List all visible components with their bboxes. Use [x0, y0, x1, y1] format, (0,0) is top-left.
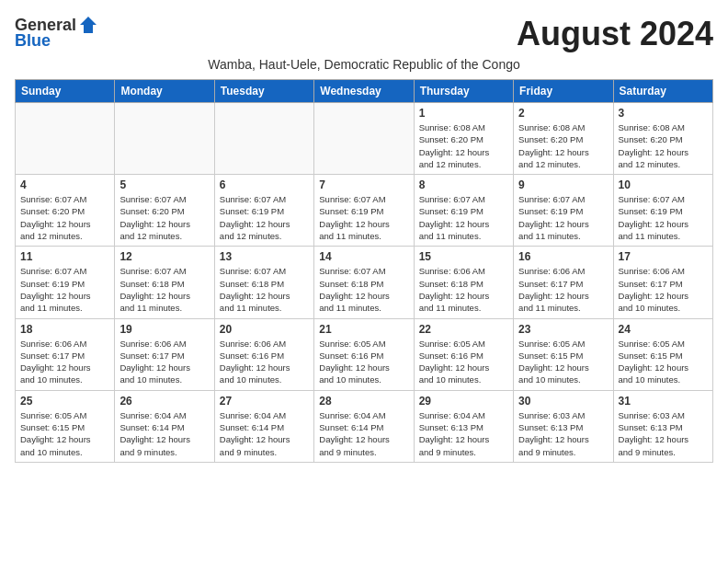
calendar-cell: 28Sunrise: 6:04 AM Sunset: 6:14 PM Dayli… — [314, 390, 414, 462]
day-number: 28 — [319, 395, 408, 408]
day-info: Sunrise: 6:05 AM Sunset: 6:15 PM Dayligh… — [619, 338, 708, 386]
calendar-cell: 21Sunrise: 6:05 AM Sunset: 6:16 PM Dayli… — [314, 318, 414, 390]
day-number: 6 — [220, 178, 309, 191]
weekday-header-thursday: Thursday — [414, 80, 513, 103]
day-info: Sunrise: 6:04 AM Sunset: 6:13 PM Dayligh… — [419, 409, 508, 458]
day-number: 30 — [518, 395, 608, 408]
day-number: 31 — [619, 395, 708, 408]
day-number: 9 — [518, 178, 608, 191]
calendar-cell: 2Sunrise: 6:08 AM Sunset: 6:20 PM Daylig… — [514, 103, 613, 175]
day-number: 25 — [20, 395, 109, 408]
weekday-header-monday: Monday — [115, 80, 214, 103]
day-number: 17 — [619, 250, 708, 263]
day-number: 10 — [619, 178, 708, 191]
calendar-cell: 11Sunrise: 6:07 AM Sunset: 6:19 PM Dayli… — [16, 247, 115, 318]
day-info: Sunrise: 6:08 AM Sunset: 6:20 PM Dayligh… — [518, 121, 608, 170]
calendar-cell: 16Sunrise: 6:06 AM Sunset: 6:17 PM Dayli… — [514, 247, 613, 318]
calendar-cell: 20Sunrise: 6:06 AM Sunset: 6:16 PM Dayli… — [214, 318, 313, 390]
day-info: Sunrise: 6:04 AM Sunset: 6:14 PM Dayligh… — [220, 409, 309, 458]
calendar-cell — [115, 103, 214, 175]
day-info: Sunrise: 6:06 AM Sunset: 6:16 PM Dayligh… — [220, 338, 309, 386]
calendar-cell: 22Sunrise: 6:05 AM Sunset: 6:16 PM Dayli… — [414, 318, 513, 390]
day-number: 4 — [20, 178, 109, 191]
calendar-cell: 4Sunrise: 6:07 AM Sunset: 6:20 PM Daylig… — [16, 175, 115, 247]
day-info: Sunrise: 6:05 AM Sunset: 6:16 PM Dayligh… — [319, 338, 408, 386]
day-info: Sunrise: 6:07 AM Sunset: 6:20 PM Dayligh… — [119, 193, 209, 242]
day-info: Sunrise: 6:06 AM Sunset: 6:17 PM Dayligh… — [20, 338, 109, 386]
day-number: 29 — [419, 395, 508, 408]
subtitle: Wamba, Haut-Uele, Democratic Republic of… — [15, 57, 713, 72]
calendar-cell — [16, 103, 115, 175]
month-year-title: August 2024 — [517, 15, 713, 53]
day-number: 3 — [619, 107, 708, 120]
day-info: Sunrise: 6:07 AM Sunset: 6:18 PM Dayligh… — [220, 265, 309, 314]
calendar-cell: 9Sunrise: 6:07 AM Sunset: 6:19 PM Daylig… — [514, 175, 613, 247]
day-number: 15 — [419, 250, 508, 263]
day-info: Sunrise: 6:05 AM Sunset: 6:15 PM Dayligh… — [20, 409, 109, 458]
header: General Blue August 2024 — [15, 15, 713, 53]
day-info: Sunrise: 6:08 AM Sunset: 6:20 PM Dayligh… — [619, 121, 708, 170]
day-number: 1 — [419, 107, 508, 120]
calendar-cell: 24Sunrise: 6:05 AM Sunset: 6:15 PM Dayli… — [613, 318, 712, 390]
day-info: Sunrise: 6:07 AM Sunset: 6:19 PM Dayligh… — [518, 193, 608, 242]
calendar-cell: 14Sunrise: 6:07 AM Sunset: 6:18 PM Dayli… — [314, 247, 414, 318]
day-info: Sunrise: 6:07 AM Sunset: 6:19 PM Dayligh… — [220, 193, 309, 242]
calendar-cell: 19Sunrise: 6:06 AM Sunset: 6:17 PM Dayli… — [115, 318, 214, 390]
day-number: 7 — [319, 178, 408, 191]
calendar-cell: 23Sunrise: 6:05 AM Sunset: 6:15 PM Dayli… — [514, 318, 613, 390]
calendar-cell: 7Sunrise: 6:07 AM Sunset: 6:19 PM Daylig… — [314, 175, 414, 247]
day-number: 13 — [220, 250, 309, 263]
day-info: Sunrise: 6:07 AM Sunset: 6:19 PM Dayligh… — [619, 193, 708, 242]
weekday-header-sunday: Sunday — [16, 80, 115, 103]
day-number: 19 — [119, 323, 209, 336]
day-info: Sunrise: 6:05 AM Sunset: 6:15 PM Dayligh… — [518, 338, 608, 386]
calendar-cell: 26Sunrise: 6:04 AM Sunset: 6:14 PM Dayli… — [115, 390, 214, 462]
day-number: 22 — [419, 323, 508, 336]
day-info: Sunrise: 6:07 AM Sunset: 6:19 PM Dayligh… — [319, 193, 408, 242]
day-number: 12 — [119, 250, 209, 263]
day-info: Sunrise: 6:06 AM Sunset: 6:17 PM Dayligh… — [619, 265, 708, 314]
day-number: 24 — [619, 323, 708, 336]
day-number: 8 — [419, 178, 508, 191]
day-number: 2 — [518, 107, 608, 120]
day-info: Sunrise: 6:07 AM Sunset: 6:18 PM Dayligh… — [119, 265, 209, 314]
weekday-header-friday: Friday — [514, 80, 613, 103]
day-info: Sunrise: 6:06 AM Sunset: 6:17 PM Dayligh… — [518, 265, 608, 314]
calendar-cell: 8Sunrise: 6:07 AM Sunset: 6:19 PM Daylig… — [414, 175, 513, 247]
day-number: 26 — [119, 395, 209, 408]
day-info: Sunrise: 6:07 AM Sunset: 6:20 PM Dayligh… — [20, 193, 109, 242]
calendar-cell — [214, 103, 313, 175]
day-number: 23 — [518, 323, 608, 336]
calendar-cell: 18Sunrise: 6:06 AM Sunset: 6:17 PM Dayli… — [16, 318, 115, 390]
calendar-cell: 6Sunrise: 6:07 AM Sunset: 6:19 PM Daylig… — [214, 175, 313, 247]
day-info: Sunrise: 6:06 AM Sunset: 6:17 PM Dayligh… — [119, 338, 209, 386]
day-number: 27 — [220, 395, 309, 408]
day-number: 20 — [220, 323, 309, 336]
calendar-cell: 27Sunrise: 6:04 AM Sunset: 6:14 PM Dayli… — [214, 390, 313, 462]
calendar-cell: 10Sunrise: 6:07 AM Sunset: 6:19 PM Dayli… — [613, 175, 712, 247]
logo: General Blue — [15, 15, 98, 51]
weekday-header-tuesday: Tuesday — [214, 80, 313, 103]
calendar-cell: 3Sunrise: 6:08 AM Sunset: 6:20 PM Daylig… — [613, 103, 712, 175]
logo-icon — [78, 15, 98, 35]
day-info: Sunrise: 6:04 AM Sunset: 6:14 PM Dayligh… — [119, 409, 209, 458]
calendar-cell: 1Sunrise: 6:08 AM Sunset: 6:20 PM Daylig… — [414, 103, 513, 175]
weekday-header-wednesday: Wednesday — [314, 80, 414, 103]
day-info: Sunrise: 6:04 AM Sunset: 6:14 PM Dayligh… — [319, 409, 408, 458]
day-info: Sunrise: 6:06 AM Sunset: 6:18 PM Dayligh… — [419, 265, 508, 314]
day-info: Sunrise: 6:07 AM Sunset: 6:19 PM Dayligh… — [419, 193, 508, 242]
day-number: 21 — [319, 323, 408, 336]
day-number: 16 — [518, 250, 608, 263]
svg-marker-0 — [80, 17, 97, 33]
calendar-cell: 5Sunrise: 6:07 AM Sunset: 6:20 PM Daylig… — [115, 175, 214, 247]
day-info: Sunrise: 6:07 AM Sunset: 6:19 PM Dayligh… — [20, 265, 109, 314]
logo-blue-text: Blue — [15, 31, 51, 51]
day-number: 5 — [119, 178, 209, 191]
weekday-header-saturday: Saturday — [613, 80, 712, 103]
day-number: 14 — [319, 250, 408, 263]
calendar-cell: 31Sunrise: 6:03 AM Sunset: 6:13 PM Dayli… — [613, 390, 712, 462]
calendar-cell: 29Sunrise: 6:04 AM Sunset: 6:13 PM Dayli… — [414, 390, 513, 462]
day-number: 18 — [20, 323, 109, 336]
calendar-table: SundayMondayTuesdayWednesdayThursdayFrid… — [15, 79, 713, 463]
calendar-cell: 15Sunrise: 6:06 AM Sunset: 6:18 PM Dayli… — [414, 247, 513, 318]
